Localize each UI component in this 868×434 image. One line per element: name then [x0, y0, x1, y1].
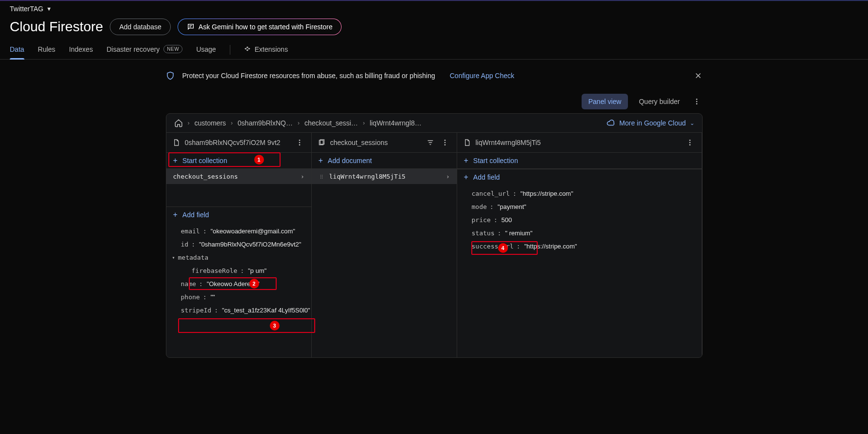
- panel-header: liqWrnt4wrngl8M5jTi5: [457, 133, 702, 153]
- tab-extensions[interactable]: Extensions: [244, 41, 288, 59]
- collection-item[interactable]: checkout_sessions ›: [166, 169, 311, 184]
- field-row[interactable]: cancel_url: "https://stripe.com": [457, 187, 702, 200]
- project-name: TwitterTAG: [10, 5, 43, 13]
- kebab-icon: [686, 139, 694, 146]
- project-selector[interactable]: TwitterTAG ▼: [0, 1, 868, 17]
- new-badge: NEW: [163, 45, 182, 53]
- collection-icon: [318, 139, 325, 146]
- field-row[interactable]: email: "okeowoaderemi@gmail.com": [166, 225, 311, 238]
- field-row[interactable]: firebaseRole: "p um": [166, 264, 311, 277]
- add-field-button[interactable]: + Add field: [457, 169, 702, 185]
- chevron-right-icon: ›: [446, 173, 449, 180]
- svg-point-12: [322, 175, 323, 176]
- panel-header: checkout_sessions: [312, 133, 457, 153]
- svg-point-3: [299, 140, 300, 141]
- chevron-right-icon: ›: [363, 120, 365, 126]
- field-row[interactable]: stripeId: "cs_test_a1fz23Kaf 4LyIf5S0l0": [166, 304, 311, 317]
- field-row-map[interactable]: ▾ metadata: [166, 251, 311, 264]
- svg-point-10: [444, 144, 445, 145]
- field-row[interactable]: name: "Okeowo Aderemi": [166, 277, 311, 290]
- panel-menu-button[interactable]: [439, 137, 451, 148]
- panel-collection: checkout_sessions + Add document: [312, 133, 457, 357]
- panel-menu-button[interactable]: [294, 137, 305, 148]
- svg-point-1: [696, 101, 697, 103]
- field-row[interactable]: id: "0sham9bRlxNQcv5f7iO2Mn6e9vt2": [166, 238, 311, 251]
- more-menu-button[interactable]: [691, 96, 703, 107]
- drag-icon: [319, 174, 324, 180]
- tab-data[interactable]: Data: [10, 41, 24, 59]
- svg-point-19: [689, 144, 690, 145]
- svg-point-17: [689, 140, 690, 141]
- svg-point-4: [299, 142, 300, 144]
- add-field-button[interactable]: + Add field: [166, 207, 311, 223]
- breadcrumb-item[interactable]: customers: [195, 119, 226, 127]
- triangle-down-icon: ▾: [172, 255, 175, 260]
- chevron-right-icon: ›: [231, 120, 233, 126]
- chat-icon: [187, 23, 195, 31]
- svg-point-11: [320, 175, 321, 176]
- filter-icon[interactable]: [426, 139, 434, 146]
- add-database-button[interactable]: Add database: [110, 19, 170, 35]
- svg-point-9: [444, 142, 445, 144]
- document-id: liqWrnt4wrngl8M5jTi5: [476, 139, 679, 146]
- tab-disaster-recovery[interactable]: Disaster recovery NEW: [106, 40, 182, 59]
- field-row[interactable]: phone: "": [166, 290, 311, 304]
- panel-view-toggle[interactable]: Panel view: [582, 94, 628, 109]
- document-icon: [172, 139, 180, 146]
- close-icon[interactable]: [694, 71, 703, 80]
- document-item[interactable]: liqWrnt4wrngl8M5jTi5 ›: [312, 169, 457, 184]
- svg-point-5: [299, 144, 300, 145]
- tab-bar: Data Rules Indexes Disaster recovery NEW…: [0, 40, 868, 60]
- kebab-icon: [441, 139, 449, 146]
- kebab-icon: [296, 139, 303, 146]
- chevron-right-icon: ›: [301, 173, 304, 180]
- add-document-button[interactable]: + Add document: [312, 153, 457, 169]
- svg-point-15: [320, 178, 321, 179]
- svg-point-18: [689, 142, 690, 144]
- start-collection-button[interactable]: + Start collection: [457, 153, 702, 169]
- chevron-right-icon: ›: [298, 120, 300, 126]
- app-check-banner: Protect your Cloud Firestore resources f…: [166, 71, 703, 80]
- ask-gemini-button[interactable]: Ask Gemini how to get started with Fires…: [178, 19, 342, 35]
- field-row[interactable]: success_url: "https://stripe.com": [457, 240, 702, 253]
- panel-menu-button[interactable]: [684, 137, 696, 148]
- document-id: 0sham9bRlxNQcv5f7iO2M 9vt2: [185, 139, 289, 146]
- data-explorer: › customers › 0sham9bRlxNQ… › checkout_s…: [166, 113, 703, 358]
- svg-point-8: [444, 140, 445, 141]
- plus-icon: +: [464, 173, 468, 181]
- home-icon[interactable]: [174, 119, 183, 127]
- field-list: email: "okeowoaderemi@gmail.com" id: "0s…: [166, 223, 311, 357]
- svg-point-13: [320, 176, 321, 177]
- chevron-right-icon: ›: [188, 120, 190, 126]
- banner-text: Protect your Cloud Firestore resources f…: [182, 72, 435, 80]
- query-builder-toggle[interactable]: Query builder: [632, 94, 686, 109]
- start-collection-button[interactable]: + Start collection: [166, 153, 311, 169]
- breadcrumb-item[interactable]: checkout_sessi…: [304, 119, 358, 127]
- tab-indexes[interactable]: Indexes: [69, 41, 93, 59]
- tab-rules[interactable]: Rules: [38, 41, 56, 59]
- field-row[interactable]: status: " remium": [457, 227, 702, 240]
- document-icon: [463, 139, 471, 146]
- panel-document-detail: liqWrnt4wrngl8M5jTi5 + Start collection …: [457, 133, 702, 357]
- plus-icon: +: [464, 157, 468, 165]
- tab-divider: [230, 45, 230, 55]
- collection-id: checkout_sessions: [330, 139, 422, 146]
- shield-icon: [166, 71, 175, 80]
- tab-usage[interactable]: Usage: [196, 41, 216, 59]
- panel-document: 0sham9bRlxNQcv5f7iO2M 9vt2 + Start colle…: [166, 133, 312, 357]
- page-header: Cloud Firestore Add database Ask Gemini …: [0, 17, 868, 40]
- extensions-icon: [244, 46, 251, 53]
- breadcrumb: › customers › 0sham9bRlxNQ… › checkout_s…: [166, 114, 702, 133]
- cloud-icon: [606, 119, 615, 127]
- page-title: Cloud Firestore: [10, 19, 103, 35]
- configure-app-check-link[interactable]: Configure App Check: [450, 72, 514, 80]
- svg-point-2: [696, 103, 697, 104]
- more-in-google-cloud-link[interactable]: More in Google Cloud ⌄: [606, 119, 694, 127]
- field-row[interactable]: price: 500: [457, 213, 702, 227]
- svg-point-16: [322, 178, 323, 179]
- field-row[interactable]: mode: "payment": [457, 200, 702, 213]
- svg-point-14: [322, 176, 323, 177]
- breadcrumb-item[interactable]: 0sham9bRlxNQ…: [238, 119, 293, 127]
- breadcrumb-item[interactable]: liqWrnt4wrngl8…: [370, 119, 422, 127]
- plus-icon: +: [173, 157, 178, 165]
